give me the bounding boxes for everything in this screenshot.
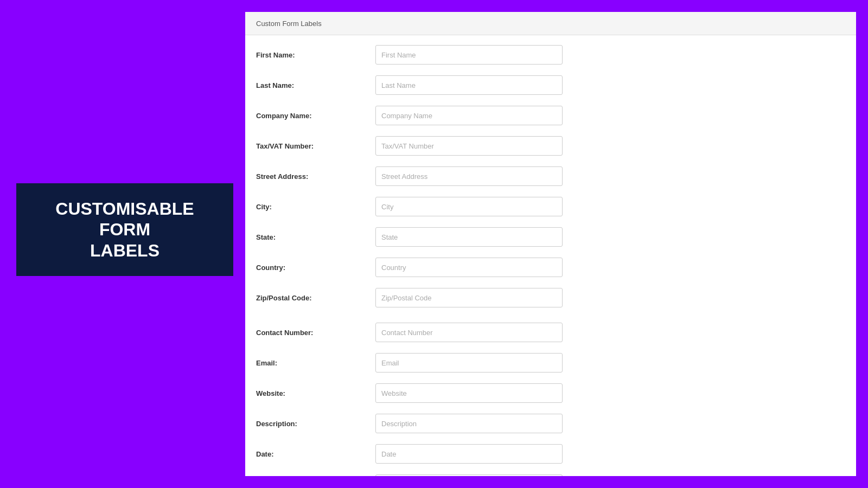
input-company-name[interactable] [375, 106, 563, 125]
label-company-name: Company Name: [256, 112, 375, 120]
left-panel: CUSTOMISABLE FORM LABELS [16, 183, 233, 276]
form-row-street-address: Street Address: [256, 162, 845, 190]
form-panel-header-title: Custom Form Labels [256, 20, 322, 28]
label-country: Country: [256, 264, 375, 272]
form-row-tax-vat-number: Tax/VAT Number: [256, 132, 845, 160]
input-last-name[interactable] [375, 75, 563, 95]
label-first-name: First Name: [256, 51, 375, 59]
label-date: Date: [256, 450, 375, 458]
label-state: State: [256, 233, 375, 241]
input-email[interactable] [375, 353, 563, 373]
form-row-website: Website: [256, 379, 845, 407]
input-date[interactable] [375, 444, 563, 464]
label-city: City: [256, 203, 375, 211]
form-row-city: City: [256, 192, 845, 221]
form-row-date: Date: [256, 440, 845, 468]
input-first-name[interactable] [375, 45, 563, 65]
form-row-description: Description: [256, 409, 845, 438]
label-tax-vat-number: Tax/VAT Number: [256, 142, 375, 150]
label-email: Email: [256, 359, 375, 367]
form-row-state: State: [256, 223, 845, 251]
form-row-extra-field-1: Extra Field 1: [256, 470, 845, 476]
input-tax-vat-number[interactable] [375, 136, 563, 156]
input-zip-postal-code[interactable] [375, 288, 563, 307]
label-zip-postal-code: Zip/Postal Code: [256, 294, 375, 302]
input-street-address[interactable] [375, 166, 563, 186]
form-row-email: Email: [256, 349, 845, 377]
form-panel-header: Custom Form Labels [245, 12, 856, 35]
form-row-country: Country: [256, 253, 845, 281]
form-row-first-name: First Name: [256, 41, 845, 69]
form-row-company-name: Company Name: [256, 101, 845, 130]
label-last-name: Last Name: [256, 81, 375, 89]
label-description: Description: [256, 420, 375, 428]
left-panel-title: CUSTOMISABLE FORM LABELS [33, 198, 217, 261]
input-country[interactable] [375, 258, 563, 277]
form-row-last-name: Last Name: [256, 71, 845, 99]
input-contact-number[interactable] [375, 323, 563, 342]
form-panel: Custom Form Labels First Name:Last Name:… [245, 12, 856, 476]
form-row-zip-postal-code: Zip/Postal Code: [256, 284, 845, 312]
input-description[interactable] [375, 414, 563, 433]
input-city[interactable] [375, 197, 563, 216]
input-extra-field-1[interactable] [375, 474, 563, 476]
form-body: First Name:Last Name:Company Name:Tax/VA… [245, 35, 856, 476]
input-website[interactable] [375, 383, 563, 403]
label-contact-number: Contact Number: [256, 329, 375, 337]
label-website: Website: [256, 389, 375, 397]
input-state[interactable] [375, 227, 563, 247]
label-street-address: Street Address: [256, 172, 375, 181]
form-row-contact-number: Contact Number: [256, 318, 845, 346]
